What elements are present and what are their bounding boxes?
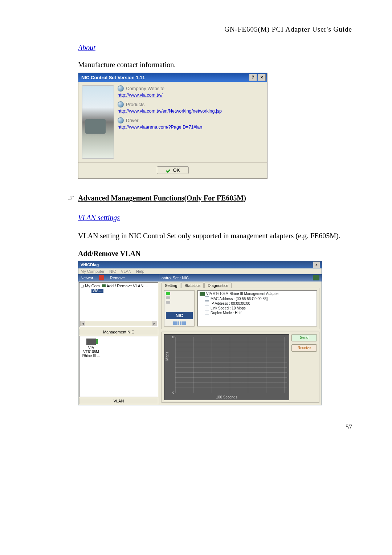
pointing-hand-icon: ☞ xyxy=(67,193,74,203)
chart-ytick-max: 10 xyxy=(172,335,175,339)
ok-button[interactable]: OK xyxy=(157,166,189,174)
throughput-chart-area: 10 0 Mbps 100 Seconds Send Receive xyxy=(162,332,319,403)
chart-grid xyxy=(175,337,287,393)
nic-info-tree: VIA VT6105M Rhine III Management Adapter… xyxy=(197,290,317,327)
info-mac-address: MAC Address : [00:55:56:C0:00:86] xyxy=(211,297,268,301)
control-set-header: ontrol Set : NIC xyxy=(159,274,322,281)
vnicdiag-close-button[interactable]: × xyxy=(313,262,320,268)
remove-icon xyxy=(99,275,104,280)
led-gray-icon xyxy=(166,301,170,304)
nic-item-label-2: Rhine III ... xyxy=(82,354,101,358)
company-website-link[interactable]: http://www.via.com.tw/ xyxy=(118,93,163,98)
tree-view[interactable]: ⊟ My Com Add / Remove VLAN ... VIA ... ◄… xyxy=(79,282,158,327)
tree-selected-item[interactable]: VIA ... xyxy=(91,289,103,293)
chart-ytick-min: 0 xyxy=(172,391,174,394)
nic-chip-icon xyxy=(86,339,96,345)
dialog-titlebar: NIC Control Set Version 1.11 ? × xyxy=(78,73,267,82)
doc-header: GN-FE605(M) PCI Adapter User's Guide xyxy=(78,25,352,33)
throughput-chart: 10 0 Mbps 100 Seconds xyxy=(164,334,289,400)
menu-help[interactable]: Help xyxy=(136,269,144,274)
vnicdiag-titlebar: VNICDiag × xyxy=(78,261,322,268)
left-network-header: Networ Remove xyxy=(78,274,159,281)
tab-strip: Setting Statistics Diagnostics xyxy=(159,281,322,288)
tree-scrollbar[interactable]: ◄ ► xyxy=(80,321,157,326)
nic-tile-label: NIC xyxy=(166,312,193,319)
vnicdiag-window: VNICDiag × My Computer NIC VLAN Help Net… xyxy=(78,261,322,405)
vnicdiag-title-text: VNICDiag xyxy=(81,263,313,267)
products-label: Products xyxy=(126,102,144,107)
management-nic-header: Management NIC xyxy=(79,329,158,335)
property-icon xyxy=(205,296,209,301)
vlan-settings-heading-link[interactable]: VLAN settings xyxy=(78,214,120,222)
ok-button-label: OK xyxy=(173,167,180,173)
chart-ylabel: Mbps xyxy=(165,352,169,361)
tab-statistics[interactable]: Statistics xyxy=(181,283,204,288)
remove-header-label: Remove xyxy=(110,276,125,280)
vlan-paragraph: VLAN setting in NIC Control Set only sup… xyxy=(78,231,352,241)
vnicdiag-menubar: My Computer NIC VLAN Help xyxy=(78,268,322,274)
advanced-heading: Advanced Management Functions(Only For F… xyxy=(78,194,246,202)
driver-link[interactable]: http://www.viaarena.com/?PageID=71#lan xyxy=(118,125,202,130)
dialog-close-button[interactable]: × xyxy=(258,74,266,81)
nic-status-tile: NIC xyxy=(164,290,195,327)
menu-my-computer[interactable]: My Computer xyxy=(81,269,105,274)
nic-adapter-item[interactable]: VIA VT6105M Rhine III ... xyxy=(82,339,101,358)
menu-vlan[interactable]: VLAN xyxy=(121,269,131,274)
dialog-title-text: NIC Control Set Version 1.11 xyxy=(81,75,248,80)
control-set-label: ontrol Set : NIC xyxy=(162,276,189,280)
tree-root-label: My Com xyxy=(85,284,100,288)
dialog-help-button[interactable]: ? xyxy=(249,74,257,81)
company-website-label: Company Website xyxy=(126,86,164,91)
property-icon xyxy=(205,311,209,315)
driver-label: Driver xyxy=(126,118,139,123)
dialog-side-image xyxy=(82,85,114,159)
checkmark-icon xyxy=(166,168,171,173)
globe-icon xyxy=(118,101,124,108)
page-number: 57 xyxy=(78,424,352,431)
about-heading-link[interactable]: About xyxy=(78,44,95,52)
setting-tab-panel: NIC VIA VT6105M Rhine III Management Ada… xyxy=(162,288,319,329)
scroll-right-button[interactable]: ► xyxy=(152,321,157,326)
vlan-section-header: VLAN xyxy=(79,398,158,404)
globe-icon xyxy=(118,85,124,92)
scroll-left-button[interactable]: ◄ xyxy=(81,321,85,326)
tab-setting[interactable]: Setting xyxy=(162,283,180,288)
legend-send-button[interactable]: Send xyxy=(291,334,317,341)
property-icon xyxy=(205,306,209,310)
chart-legend: Send Receive xyxy=(291,334,317,400)
network-header-label: Networ xyxy=(81,276,93,280)
add-remove-vlan-subhead: Add/Remove VLAN xyxy=(78,250,352,258)
globe-icon xyxy=(118,117,124,123)
nic-bars-icon xyxy=(166,321,193,325)
menu-nic[interactable]: NIC xyxy=(109,269,116,274)
property-icon xyxy=(205,301,209,305)
led-green-icon xyxy=(166,292,170,295)
management-nic-panel: VIA VT6105M Rhine III ... xyxy=(79,336,158,397)
tree-add-remove-vlan[interactable]: Add / Remove VLAN ... xyxy=(107,284,148,288)
info-ip-address: IP Address : 00:00:00:00 xyxy=(211,301,250,305)
nic-item-label-1: VIA VT6105M xyxy=(82,346,101,354)
nic-control-set-dialog: NIC Control Set Version 1.11 ? × Company… xyxy=(78,73,268,179)
legend-receive-button[interactable]: Receive xyxy=(291,344,317,352)
info-duplex-mode: Duplex Mode : Half xyxy=(211,311,241,315)
about-lead-text: Manufacture contact information. xyxy=(78,61,352,69)
nic-header-icon xyxy=(313,275,319,280)
info-link-speed: Link Speed : 10 Mbps xyxy=(211,306,246,310)
products-link[interactable]: http://www.via.com.tw/en/Networking/netw… xyxy=(118,109,222,114)
tab-diagnostics[interactable]: Diagnostics xyxy=(204,283,232,288)
adapter-icon xyxy=(200,292,205,296)
led-gray-icon xyxy=(166,296,170,299)
info-root-label: VIA VT6105M Rhine III Management Adapter xyxy=(206,292,279,296)
chart-xlabel: 100 Seconds xyxy=(164,395,289,399)
